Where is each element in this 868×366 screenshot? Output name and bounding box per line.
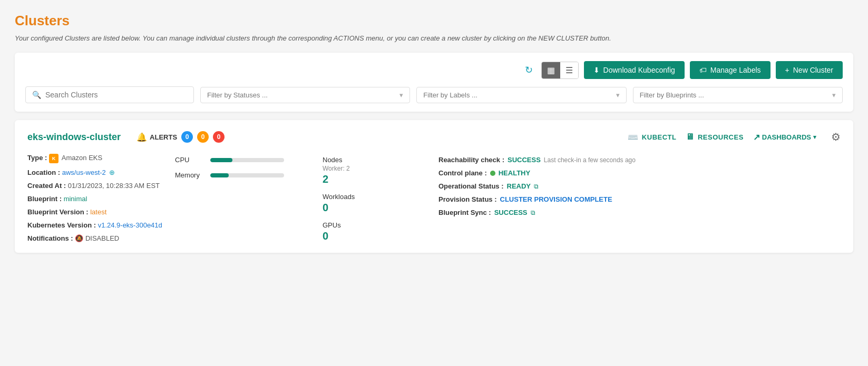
chart-icon: ↗ (753, 132, 760, 142)
eks-icon: K (49, 154, 58, 163)
external-link-icon[interactable]: ⧉ (534, 183, 539, 190)
bell-icon: 🔔 (136, 132, 147, 142)
blueprint-version-row: Blueprint Version : latest (27, 208, 175, 216)
gear-button[interactable]: ⚙ (831, 131, 841, 143)
workloads-stat: Workloads 0 (323, 193, 438, 214)
dot-green (490, 171, 495, 176)
cpu-progress (210, 158, 284, 162)
filter-labels-label: Filter by Labels ... (423, 91, 477, 99)
gpus-stat: GPUs 0 (323, 221, 438, 242)
page-subtitle: Your configured Clusters are listed belo… (15, 34, 853, 42)
refresh-button[interactable]: ↻ (525, 64, 533, 76)
cpu-label: CPU (175, 156, 204, 164)
blueprint-sync-row: Blueprint Sync : SUCCESS ⧉ (438, 209, 841, 216)
alert-badge-orange: 0 (197, 131, 209, 143)
reachability-row: Reachability check : SUCCESS Last check-… (438, 156, 841, 164)
operational-row: Operational Status : READY ⧉ (438, 182, 841, 190)
view-toggle: ▦ ☰ (541, 62, 579, 79)
cluster-resources: CPU Memory (175, 154, 323, 242)
k8s-version-row: Kubernetes Version : v1.24.9-eks-300e41d (27, 221, 175, 229)
location-icon: ⊕ (109, 169, 115, 176)
memory-row: Memory (175, 171, 323, 179)
search-input[interactable] (45, 91, 187, 99)
resources-link[interactable]: 🖥 RESOURCES (686, 132, 743, 142)
terminal-icon: ⌨️ (628, 132, 639, 142)
alerts-section: 🔔 ALERTS 0 0 0 (136, 131, 628, 143)
chevron-down-icon: ▾ (616, 91, 620, 99)
chevron-down-icon: ▾ (813, 134, 816, 141)
bell-disabled-icon: 🔕 (75, 234, 83, 242)
kubectl-link[interactable]: ⌨️ KUBECTL (628, 132, 676, 142)
resources-label: RESOURCES (698, 133, 744, 141)
cluster-info: Type : K Amazon EKS Location : aws/us-we… (27, 154, 175, 242)
download-icon: ⬇ (593, 66, 600, 74)
search-icon: 🔍 (32, 91, 41, 99)
filter-blueprints-label: Filter by Blueprints ... (640, 91, 704, 99)
memory-label: Memory (175, 171, 204, 179)
cpu-row: CPU (175, 156, 323, 164)
created-row: Created At : 01/31/2023, 10:28:33 AM EST (27, 182, 175, 190)
cluster-stats: Nodes Worker: 2 2 Workloads 0 GPUs 0 (323, 154, 438, 242)
dashboards-dropdown[interactable]: ↗ DASHBOARDS ▾ (753, 132, 816, 142)
alert-badge-blue: 0 (181, 131, 193, 143)
clusters-list: eks-windows-cluster 🔔 ALERTS 0 0 0 ⌨️ KU… (15, 120, 853, 253)
control-plane-row: Control plane : HEALTHY (438, 169, 841, 177)
type-row: Type : K Amazon EKS (27, 154, 175, 163)
page-title: Clusters (15, 13, 853, 29)
monitor-icon: 🖥 (686, 132, 695, 142)
blueprint-row: Blueprint : minimal (27, 195, 175, 203)
cluster-card: eks-windows-cluster 🔔 ALERTS 0 0 0 ⌨️ KU… (15, 120, 853, 253)
chevron-down-icon: ▾ (832, 91, 836, 99)
dashboards-label: DASHBOARDS (762, 133, 811, 141)
list-view-button[interactable]: ☰ (560, 62, 578, 78)
external-link-icon[interactable]: ⧉ (531, 209, 535, 216)
manage-labels-button[interactable]: 🏷 Manage Labels (690, 61, 771, 79)
grid-view-button[interactable]: ▦ (542, 62, 560, 78)
alert-badge-red: 0 (213, 131, 225, 143)
filter-labels[interactable]: Filter by Labels ... ▾ (416, 87, 626, 103)
tag-icon: 🏷 (699, 66, 707, 74)
cluster-status: Reachability check : SUCCESS Last check-… (438, 154, 841, 242)
chevron-down-icon: ▾ (399, 91, 403, 99)
cluster-body: Type : K Amazon EKS Location : aws/us-we… (27, 154, 841, 242)
memory-progress (210, 173, 284, 177)
location-row: Location : aws/us-west-2 ⊕ (27, 169, 175, 176)
filter-blueprints[interactable]: Filter by Blueprints ... ▾ (633, 87, 843, 103)
filter-statuses-label: Filter by Statuses ... (207, 91, 268, 99)
provision-row: Provision Status : CLUSTER PROVISION COM… (438, 195, 841, 203)
new-cluster-button[interactable]: + New Cluster (776, 61, 843, 79)
notifications-row: Notifications : 🔕 DISABLED (27, 234, 175, 242)
search-box: 🔍 (25, 86, 194, 103)
download-kubeconfig-button[interactable]: ⬇ Download Kubeconfig (584, 61, 685, 79)
plus-icon: + (785, 66, 789, 74)
cluster-actions: ⌨️ KUBECTL 🖥 RESOURCES ↗ DASHBOARDS ▾ ⚙ (628, 131, 841, 143)
cluster-name[interactable]: eks-windows-cluster (27, 132, 121, 143)
alerts-label: ALERTS (150, 133, 177, 141)
kubectl-label: KUBECTL (642, 133, 677, 141)
filter-statuses[interactable]: Filter by Statuses ... ▾ (200, 87, 410, 103)
nodes-stat: Nodes Worker: 2 2 (323, 156, 350, 185)
